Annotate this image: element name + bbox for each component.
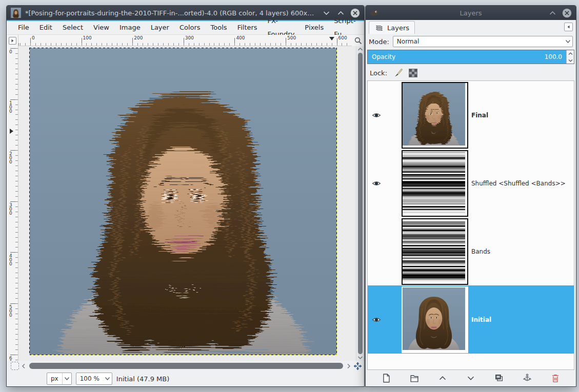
duplicate-layer-button[interactable] — [492, 372, 506, 385]
quick-mask-toggle[interactable] — [11, 362, 19, 370]
navigation-cross-icon[interactable] — [353, 362, 362, 370]
layer-thumbnail — [402, 286, 468, 353]
layer-row-bands[interactable]: Bands — [368, 217, 574, 285]
ruler-major-tick — [286, 38, 286, 46]
menu-item-test[interactable]: Test — [361, 21, 365, 34]
ruler-major-tick — [10, 201, 18, 202]
new-layer-icon — [381, 373, 392, 384]
opacity-spinner — [566, 50, 574, 64]
menu-item-view[interactable]: View — [88, 21, 114, 34]
ruler-label: 2 0 0 — [9, 152, 12, 164]
ruler-label: 100 — [83, 35, 92, 40]
layer-row-final[interactable]: Final — [368, 81, 574, 149]
panel-close-button[interactable] — [562, 8, 572, 18]
ruler-major-tick — [10, 99, 18, 100]
mode-select[interactable]: Normal — [393, 36, 573, 47]
ruler-major-tick — [10, 150, 18, 151]
layer-thumbnail — [402, 82, 468, 149]
scroll-right-button[interactable] — [346, 363, 351, 369]
layer-row-initial[interactable]: Initial — [368, 285, 574, 354]
panel-titlebar[interactable]: Layers — [366, 6, 576, 20]
panel-title: Layers — [396, 9, 545, 17]
menu-item-file[interactable]: File — [13, 21, 34, 34]
new-layer-button[interactable] — [380, 372, 393, 385]
new-group-button[interactable] — [408, 372, 421, 385]
tab-menu-button[interactable] — [564, 23, 573, 31]
gimp-main-window: *[Posing-for-portraits-during-the-2010-T… — [6, 5, 365, 387]
app-icon — [11, 8, 21, 18]
layers-toolbar — [366, 370, 576, 386]
layer-visibility-toggle[interactable] — [368, 112, 385, 119]
ruler-major-tick — [234, 38, 235, 46]
opacity-fill[interactable]: Opacity 100.0 — [368, 50, 566, 64]
scroll-down-icon[interactable] — [356, 355, 364, 361]
canvas-menu-button[interactable] — [7, 35, 18, 47]
menu-item-image[interactable]: Image — [114, 21, 146, 34]
opacity-slider[interactable]: Opacity 100.0 — [367, 50, 574, 64]
menu-item-colors[interactable]: Colors — [174, 21, 206, 34]
ruler-label: 400 — [236, 35, 245, 40]
raise-layer-button[interactable] — [436, 372, 449, 385]
maximize-button[interactable] — [335, 8, 346, 18]
canvas-viewport[interactable] — [18, 46, 356, 361]
layer-visibility-toggle[interactable] — [368, 316, 385, 323]
selection-ants-top — [29, 48, 337, 48]
tab-label: Layers — [387, 24, 409, 32]
spin-up-button[interactable] — [567, 50, 574, 57]
layer-row-shuffled-shuffled-bands[interactable]: Shuffled <Shuffled <Bands>> — [368, 149, 574, 217]
layer-name: Final — [471, 112, 488, 119]
statusbar: px 100 % Initial (47.9 MB) — [7, 371, 364, 386]
menu-item-pixels[interactable]: Pixels — [300, 21, 329, 34]
mode-value: Normal — [393, 38, 423, 45]
canvas-image-glitched-portrait[interactable] — [30, 48, 336, 355]
lock-pixels-button[interactable] — [393, 68, 403, 78]
selection-ants-bottom — [29, 355, 337, 355]
anchor-layer-icon — [522, 373, 533, 384]
layer-name: Initial — [471, 316, 491, 323]
ruler-label: 200 — [134, 35, 143, 40]
unit-value: px — [47, 375, 62, 382]
vertical-scroll-thumb[interactable] — [358, 53, 363, 354]
menu-item-edit[interactable]: Edit — [34, 21, 57, 34]
spin-down-button[interactable] — [567, 57, 574, 64]
zoom-follow-button[interactable] — [352, 35, 364, 47]
close-icon — [562, 8, 572, 18]
menu-item-layer[interactable]: Layer — [146, 21, 174, 34]
chevron-up-icon — [337, 11, 344, 15]
ruler-label: 6 0 0 — [9, 356, 12, 361]
close-button[interactable] — [350, 8, 360, 18]
ruler-label: 4 0 0 — [9, 254, 12, 266]
ruler-major-tick — [10, 355, 18, 355]
opacity-value: 100.0 — [545, 53, 562, 60]
vertical-scrollbar[interactable] — [356, 46, 364, 361]
zoom-select[interactable]: 100 % — [76, 373, 112, 385]
shade-button[interactable] — [321, 8, 331, 18]
lower-layer-button[interactable] — [464, 372, 477, 385]
ruler-major-tick — [10, 303, 18, 304]
ruler-label: 0 — [32, 35, 35, 40]
ruler-label: 600 — [338, 35, 347, 40]
main-titlebar[interactable]: *[Posing-for-portraits-during-the-2010-T… — [7, 6, 364, 20]
ruler-major-tick — [82, 38, 82, 46]
scroll-up-icon[interactable] — [356, 46, 364, 52]
anchor-layer-button[interactable] — [521, 372, 534, 385]
panel-maximize-button[interactable] — [547, 8, 557, 18]
menu-item-tools[interactable]: Tools — [206, 21, 232, 34]
horizontal-scrollbar[interactable] — [28, 363, 344, 369]
ruler-label: 300 — [185, 35, 194, 40]
layer-thumbnail — [402, 218, 468, 285]
unit-select[interactable]: px — [47, 373, 72, 385]
lock-alpha-button[interactable] — [409, 69, 417, 77]
pointer-position-marker — [329, 37, 334, 40]
scroll-left-button[interactable] — [21, 363, 26, 369]
layer-visibility-toggle[interactable] — [368, 180, 385, 187]
horizontal-scroll-thumb[interactable] — [29, 363, 343, 369]
delete-layer-button[interactable] — [549, 372, 562, 385]
tab-layers[interactable]: Layers — [369, 21, 415, 34]
ruler-label: 5 0 0 — [9, 305, 12, 317]
chevron-down-icon — [105, 377, 110, 381]
layer-name: Shuffled <Shuffled <Bands>> — [471, 180, 566, 187]
menu-item-select[interactable]: Select — [57, 21, 88, 34]
menu-item-filters[interactable]: Filters — [232, 21, 263, 34]
lower-layer-icon — [465, 373, 476, 384]
